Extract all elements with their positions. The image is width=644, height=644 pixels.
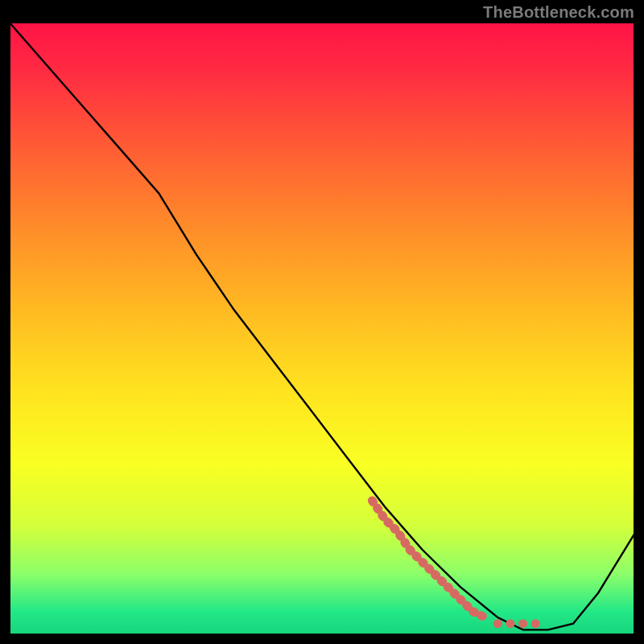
chart-frame xyxy=(8,21,636,636)
watermark-text: TheBottleneck.com xyxy=(483,3,634,22)
chart-gradient-background xyxy=(8,21,636,636)
